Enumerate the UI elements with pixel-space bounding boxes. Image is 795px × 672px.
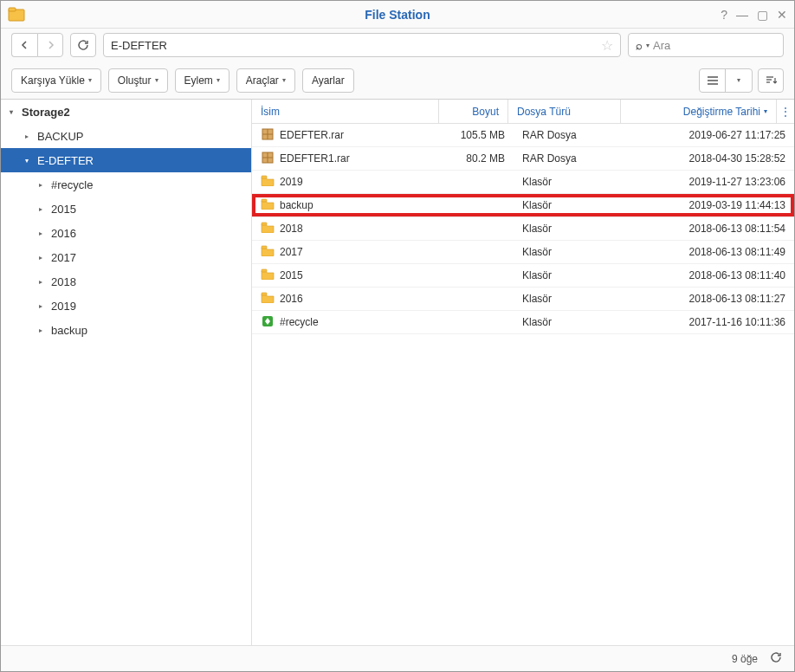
file-type: Klasör xyxy=(514,293,626,305)
file-row[interactable]: EDEFTER.rar105.5 MBRAR Dosya2019-06-27 1… xyxy=(252,124,794,147)
settings-button[interactable]: Ayarlar xyxy=(302,68,354,93)
tree-item[interactable]: ▸2017 xyxy=(1,245,251,269)
file-name: 2016 xyxy=(280,293,303,305)
search-placeholder: Ara xyxy=(653,39,670,52)
sidebar: ▾ Storage2 ▸BACKUP▾E-DEFTER▸#recycle▸201… xyxy=(1,100,252,645)
file-row[interactable]: 2017Klasör2018-06-13 08:11:49 xyxy=(252,241,794,264)
file-name: backup xyxy=(280,199,313,211)
tree-item[interactable]: ▸2016 xyxy=(1,221,251,245)
folder-icon xyxy=(261,222,275,236)
app-icon xyxy=(8,6,25,23)
file-date: 2018-06-13 08:11:54 xyxy=(626,223,794,235)
maximize-icon[interactable]: ▢ xyxy=(757,8,768,22)
file-name: 2018 xyxy=(280,223,303,235)
file-row[interactable]: EDEFTER1.rar80.2 MBRAR Dosya2018-04-30 1… xyxy=(252,147,794,171)
chevron-down-icon: ▾ xyxy=(155,76,158,84)
file-type: Klasör xyxy=(514,199,626,211)
tree-root[interactable]: ▾ Storage2 xyxy=(1,100,251,124)
column-headers: İsim Boyut Dosya Türü Değiştirme Tarihi▾… xyxy=(252,100,794,124)
tree-item-label: backup xyxy=(51,324,87,337)
search-icon: ⌕ xyxy=(636,39,643,52)
file-date: 2018-06-13 08:11:49 xyxy=(626,246,794,258)
path-input[interactable]: E-DEFTER ☆ xyxy=(103,33,621,57)
file-date: 2019-03-19 11:44:13 xyxy=(626,199,794,211)
close-icon[interactable]: ✕ xyxy=(777,8,787,22)
chevron-right-icon: ▸ xyxy=(39,254,51,262)
svg-rect-14 xyxy=(262,176,267,178)
folder-icon xyxy=(261,175,275,189)
tree-item-label: #recycle xyxy=(51,178,93,191)
view-dropdown-button[interactable]: ▾ xyxy=(726,69,752,92)
file-row[interactable]: 2018Klasör2018-06-13 08:11:54 xyxy=(252,217,794,241)
tree-item[interactable]: ▸2019 xyxy=(1,294,251,318)
file-row[interactable]: #recycleKlasör2017-11-16 10:11:36 xyxy=(252,311,794,334)
file-row[interactable]: 2015Klasör2018-06-13 08:11:40 xyxy=(252,264,794,288)
folder-icon xyxy=(261,245,275,259)
chevron-down-icon: ▾ xyxy=(646,42,650,49)
refresh-button[interactable] xyxy=(70,33,96,57)
tree-item-label: 2017 xyxy=(51,251,76,264)
chevron-right-icon: ▸ xyxy=(39,326,51,334)
column-type[interactable]: Dosya Türü xyxy=(508,100,621,123)
tree-item[interactable]: ▸2018 xyxy=(1,269,251,294)
tree-item[interactable]: ▸2015 xyxy=(1,197,251,221)
svg-rect-15 xyxy=(262,199,267,202)
chevron-down-icon: ▾ xyxy=(737,76,740,84)
archive-icon xyxy=(261,127,275,144)
tree-item[interactable]: ▾E-DEFTER xyxy=(1,148,251,172)
item-count: 9 öğe xyxy=(732,653,758,665)
chevron-right-icon: ▸ xyxy=(39,205,51,213)
file-type: Klasör xyxy=(514,316,626,328)
chevron-right-icon: ▸ xyxy=(39,278,51,286)
back-button[interactable] xyxy=(11,33,37,57)
file-panel: İsim Boyut Dosya Türü Değiştirme Tarihi▾… xyxy=(252,100,794,645)
forward-button[interactable] xyxy=(37,33,63,57)
create-button[interactable]: Oluştur▾ xyxy=(108,68,168,93)
file-list: EDEFTER.rar105.5 MBRAR Dosya2019-06-27 1… xyxy=(252,124,794,645)
tree-root-label: Storage2 xyxy=(22,106,70,119)
tools-button[interactable]: Araçlar▾ xyxy=(236,68,295,93)
file-type: RAR Dosya xyxy=(514,152,626,165)
search-input[interactable]: ⌕ ▾ Ara xyxy=(628,33,784,57)
file-row[interactable]: 2016Klasör2018-06-13 08:11:27 xyxy=(252,288,794,311)
folder-icon xyxy=(261,268,275,282)
chevron-down-icon: ▾ xyxy=(282,76,286,84)
column-size[interactable]: Boyut xyxy=(439,100,508,123)
folder-icon xyxy=(261,198,275,212)
svg-rect-1 xyxy=(9,8,16,11)
file-date: 2018-04-30 15:28:52 xyxy=(626,152,794,165)
file-date: 2018-06-13 08:11:27 xyxy=(626,293,794,305)
action-button[interactable]: Eylem▾ xyxy=(175,68,229,93)
file-type: Klasör xyxy=(514,246,626,258)
chevron-down-icon: ▾ xyxy=(88,76,92,84)
chevron-right-icon: ▸ xyxy=(25,132,37,140)
tree-item-label: 2019 xyxy=(51,300,76,313)
column-more[interactable]: ⋮ xyxy=(777,100,794,123)
column-name[interactable]: İsim xyxy=(252,100,439,123)
file-name: #recycle xyxy=(280,316,319,328)
minimize-icon[interactable]: — xyxy=(736,8,748,22)
tree-item-label: 2015 xyxy=(51,203,76,216)
toolbar: Karşıya Yükle▾ Oluştur▾ Eylem▾ Araçlar▾ … xyxy=(1,61,794,100)
tree-item[interactable]: ▸backup xyxy=(1,318,251,342)
file-row[interactable]: 2019Klasör2019-11-27 13:23:06 xyxy=(252,171,794,194)
column-modified[interactable]: Değiştirme Tarihi▾ xyxy=(621,100,777,123)
help-icon[interactable]: ? xyxy=(721,8,727,22)
file-type: RAR Dosya xyxy=(514,129,626,141)
window-title: File Station xyxy=(1,8,794,22)
svg-rect-18 xyxy=(262,269,267,272)
tree-item-label: 2016 xyxy=(51,227,76,240)
tree-item[interactable]: ▸BACKUP xyxy=(1,124,251,148)
tree-item[interactable]: ▸#recycle xyxy=(1,172,251,197)
favorite-icon[interactable]: ☆ xyxy=(601,37,613,54)
file-size: 80.2 MB xyxy=(444,152,514,165)
file-date: 2019-11-27 13:23:06 xyxy=(626,176,794,188)
view-list-button[interactable] xyxy=(700,69,726,92)
navbar: E-DEFTER ☆ ⌕ ▾ Ara xyxy=(1,29,794,61)
upload-button[interactable]: Karşıya Yükle▾ xyxy=(11,68,101,93)
sort-button[interactable] xyxy=(758,68,784,93)
file-date: 2018-06-13 08:11:40 xyxy=(626,269,794,281)
file-row[interactable]: backupKlasör2019-03-19 11:44:13 xyxy=(252,194,794,217)
refresh-icon[interactable] xyxy=(770,651,782,666)
chevron-down-icon: ▾ xyxy=(217,76,220,84)
